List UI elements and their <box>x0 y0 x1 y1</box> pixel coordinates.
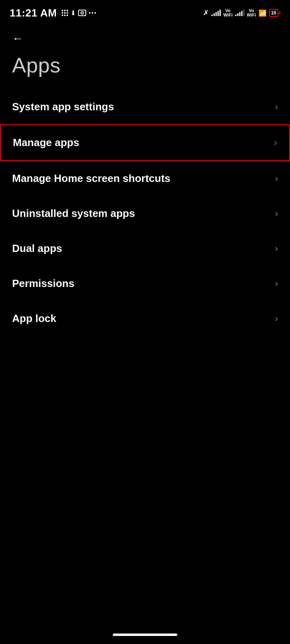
menu-item-permissions[interactable]: Permissions › <box>0 266 290 301</box>
menu-item-system-app-settings[interactable]: System app settings › <box>0 89 290 124</box>
wifi-icon: 📶 <box>259 9 267 17</box>
signal-bars-2 <box>235 10 244 16</box>
bluetooth-icon: ✗ <box>203 8 209 17</box>
chevron-right-icon-5: › <box>275 279 278 289</box>
more-icon: ••• <box>89 10 97 16</box>
menu-item-manage-home-screen-shortcuts[interactable]: Manage Home screen shortcuts › <box>0 161 290 196</box>
permissions-label: Permissions <box>12 277 75 290</box>
chevron-right-icon-6: › <box>275 314 278 324</box>
notification-icon: ⬇ <box>70 9 76 17</box>
camera-icon <box>78 10 86 16</box>
signal-group-2 <box>235 10 244 16</box>
menu-item-uninstalled-system-apps[interactable]: Uninstalled system apps › <box>0 196 290 231</box>
back-button[interactable]: ← <box>0 24 290 49</box>
chevron-right-icon-4: › <box>275 244 278 254</box>
chevron-right-icon-1: › <box>274 138 277 148</box>
status-left: 11:21 AM ⬇ ••• <box>10 7 97 19</box>
dual-apps-label: Dual apps <box>12 242 62 255</box>
chevron-right-icon-3: › <box>275 208 278 219</box>
app-lock-label: App lock <box>12 312 56 325</box>
status-time: 11:21 AM <box>10 7 57 19</box>
menu-item-manage-apps[interactable]: Manage apps › <box>0 124 290 161</box>
menu-item-dual-apps[interactable]: Dual apps › <box>0 231 290 266</box>
manage-apps-label: Manage apps <box>13 136 79 149</box>
signal-bars-1 <box>211 10 221 16</box>
status-bar: 11:21 AM ⬇ ••• ✗ <box>0 0 290 24</box>
battery-container: 16 <box>269 9 280 17</box>
signal-group-1 <box>211 10 221 16</box>
home-indicator <box>113 634 177 636</box>
grid-icon <box>62 10 68 16</box>
page-title: Apps <box>0 49 290 89</box>
vowifi-group-1: Vo WiFi <box>223 8 232 17</box>
battery-tip <box>279 11 280 14</box>
chevron-right-icon-2: › <box>275 173 278 184</box>
chevron-right-icon-0: › <box>275 102 278 112</box>
back-arrow-icon[interactable]: ← <box>12 32 23 45</box>
wifi-label-1: WiFi <box>223 13 232 17</box>
menu-list: System app settings › Manage apps › Mana… <box>0 89 290 336</box>
manage-home-screen-shortcuts-label: Manage Home screen shortcuts <box>12 172 170 185</box>
status-right: ✗ Vo WiFi <box>203 8 280 17</box>
uninstalled-system-apps-label: Uninstalled system apps <box>12 207 135 220</box>
status-icons-left: ⬇ ••• <box>62 9 97 17</box>
menu-item-app-lock[interactable]: App lock › <box>0 301 290 336</box>
battery-level: 16 <box>271 10 276 16</box>
vowifi-group-2: Vo WiFi <box>247 8 256 17</box>
wifi-label-2: WiFi <box>247 13 256 17</box>
system-app-settings-label: System app settings <box>12 101 114 113</box>
